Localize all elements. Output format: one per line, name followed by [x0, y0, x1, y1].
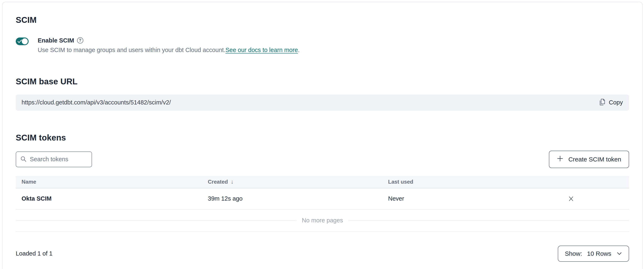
description-text: Use SCIM to manage groups and users with…: [38, 47, 226, 53]
sort-descending-icon: ↓: [231, 179, 234, 185]
enable-scim-toggle[interactable]: [16, 38, 28, 45]
scim-base-url-value: https://cloud.getdbt.com/api/v3/accounts…: [22, 99, 171, 106]
plus-icon: [557, 155, 564, 163]
table-row: Okta SCIM 39m 12s ago Never: [16, 188, 629, 210]
loaded-count-label: Loaded 1 of 1: [16, 250, 52, 257]
tokens-table-header: Name Created ↓ Last used: [16, 176, 629, 188]
pagination-divider-right: [348, 220, 629, 221]
table-footer: Loaded 1 of 1 Show: 10 Rows: [16, 246, 629, 262]
create-scim-token-label: Create SCIM token: [568, 156, 621, 163]
page-title: SCIM: [16, 15, 629, 25]
toggle-knob: [22, 38, 28, 44]
no-more-pages-label: No more pages: [296, 217, 348, 224]
base-url-heading: SCIM base URL: [16, 77, 629, 86]
scim-base-url-bar: https://cloud.getdbt.com/api/v3/accounts…: [16, 94, 629, 111]
delete-token-button[interactable]: [566, 194, 576, 204]
column-header-name[interactable]: Name: [16, 179, 202, 185]
copy-button[interactable]: Copy: [598, 98, 623, 107]
help-icon[interactable]: ?: [77, 37, 83, 44]
scim-settings-card: SCIM Enable SCIM ? Use SCIM to manage gr…: [2, 2, 643, 269]
enable-scim-row: Enable SCIM ? Use SCIM to manage groups …: [16, 37, 629, 54]
rows-per-page-dropdown[interactable]: Show: 10 Rows: [558, 246, 629, 262]
pagination-status: No more pages: [16, 210, 629, 232]
enable-scim-description: Use SCIM to manage groups and users with…: [38, 46, 300, 54]
check-icon: [18, 40, 22, 44]
copy-icon: [598, 98, 606, 107]
search-icon: [20, 156, 26, 163]
token-created-cell: 39m 12s ago: [202, 195, 382, 202]
search-tokens-box: [16, 152, 92, 167]
description-period: .: [298, 47, 300, 53]
search-tokens-input[interactable]: [30, 156, 88, 163]
create-scim-token-button[interactable]: Create SCIM token: [549, 151, 629, 168]
docs-link[interactable]: See our docs to learn more: [226, 47, 298, 53]
copy-button-label: Copy: [609, 99, 623, 106]
token-name-cell: Okta SCIM: [16, 195, 202, 202]
scim-tokens-heading: SCIM tokens: [16, 133, 629, 142]
column-header-last-used[interactable]: Last used: [382, 179, 513, 185]
tokens-table: Name Created ↓ Last used Okta SCIM 39m 1…: [16, 176, 629, 232]
close-icon: [568, 196, 574, 202]
pagination-divider-left: [16, 220, 296, 221]
enable-scim-label: Enable SCIM: [38, 37, 74, 44]
rows-per-page-value: 10 Rows: [587, 250, 611, 257]
tokens-toolbar: Create SCIM token: [16, 151, 629, 168]
show-label: Show:: [565, 250, 582, 257]
chevron-down-icon: [617, 252, 622, 256]
column-header-created[interactable]: Created ↓: [202, 179, 382, 185]
token-last-used-cell: Never: [382, 195, 513, 202]
